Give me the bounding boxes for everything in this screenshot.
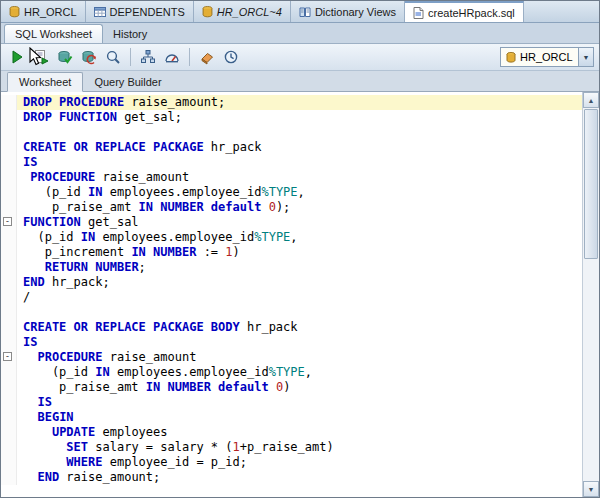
sql-history-icon: [223, 49, 239, 65]
vertical-scrollbar[interactable]: ▲ ▼: [582, 92, 599, 497]
commit-button[interactable]: [54, 46, 76, 68]
code-line[interactable]: /: [1, 290, 582, 305]
dictionary-views-icon: [299, 6, 311, 18]
code-line-text: DROP FUNCTION get_sal;: [17, 110, 582, 125]
gutter-cell: [1, 455, 17, 470]
cancel-button[interactable]: [102, 46, 124, 68]
tab-history[interactable]: History: [103, 25, 157, 43]
code-line-text: CREATE OR REPLACE PACKAGE BODY hr_pack: [17, 320, 582, 335]
fold-marker[interactable]: -: [1, 215, 17, 230]
sql-file-icon: [413, 7, 424, 19]
gutter-cell: [1, 470, 17, 485]
gutter-cell: [1, 110, 17, 125]
tab-hr-orcl[interactable]: HR_ORCL: [1, 1, 86, 22]
chevron-down-icon: ▼: [583, 54, 590, 61]
tab-dictionary-views[interactable]: Dictionary Views: [291, 1, 405, 22]
code-line[interactable]: END raise_amount;: [1, 470, 582, 485]
tab-hr-orcl-4[interactable]: HR_ORCL~4: [194, 1, 291, 22]
scrollbar-thumb[interactable]: [584, 109, 598, 259]
code-line-text: DROP PROCEDURE raise_amount;: [17, 95, 582, 110]
code-line[interactable]: p_raise_amt IN NUMBER default 0): [1, 380, 582, 395]
code-lines[interactable]: DROP PROCEDURE raise_amount;DROP FUNCTIO…: [1, 92, 582, 497]
code-line-text: IS: [17, 155, 582, 170]
sql-developer-window: HR_ORCL DEPENDENTS HR_ORCL~4 Dictionary …: [0, 0, 600, 498]
code-line[interactable]: CREATE OR REPLACE PACKAGE hr_pack: [1, 140, 582, 155]
tab-label: createHRpack.sql: [428, 7, 515, 19]
code-line-text: (p_id IN employees.employee_id%TYPE,: [17, 365, 582, 380]
code-line[interactable]: RETURN NUMBER;: [1, 260, 582, 275]
gutter-cell: [1, 320, 17, 335]
code-line[interactable]: IS: [1, 395, 582, 410]
code-line[interactable]: DROP PROCEDURE raise_amount;: [1, 95, 582, 110]
code-line[interactable]: PROCEDURE raise_amount: [1, 170, 582, 185]
gutter-cell: [1, 140, 17, 155]
autotrace-button[interactable]: [161, 46, 183, 68]
code-line[interactable]: END hr_pack;: [1, 275, 582, 290]
collapse-minus-icon[interactable]: -: [3, 352, 12, 361]
code-line[interactable]: WHERE employee_id = p_id;: [1, 455, 582, 470]
toolbar-separator: [189, 48, 190, 66]
code-line-text: p_increment IN NUMBER := 1): [17, 245, 582, 260]
gutter-cell: [1, 425, 17, 440]
tab-query-builder[interactable]: Query Builder: [83, 73, 172, 91]
sql-history-button[interactable]: [220, 46, 242, 68]
code-line[interactable]: IS: [1, 335, 582, 350]
code-line-text: WHERE employee_id = p_id;: [17, 455, 582, 470]
code-line-text: (p_id IN employees.employee_id%TYPE,: [17, 185, 582, 200]
connection-icon: [202, 6, 213, 18]
code-line-text: UPDATE employees: [17, 425, 582, 440]
worksheet-toolbar: HR_ORCL ▼: [1, 44, 599, 71]
code-line[interactable]: - PROCEDURE raise_amount: [1, 350, 582, 365]
document-tab-bar: HR_ORCL DEPENDENTS HR_ORCL~4 Dictionary …: [1, 1, 599, 23]
rollback-icon: [81, 49, 97, 65]
code-line[interactable]: DROP FUNCTION get_sal;: [1, 110, 582, 125]
code-line-text: p_raise_amt IN NUMBER default 0): [17, 380, 582, 395]
scroll-down-button[interactable]: ▼: [583, 481, 599, 497]
code-line[interactable]: (p_id IN employees.employee_id%TYPE,: [1, 185, 582, 200]
code-line-text: FUNCTION get_sal: [17, 215, 582, 230]
code-line[interactable]: (p_id IN employees.employee_id%TYPE,: [1, 230, 582, 245]
gutter-cell: [1, 155, 17, 170]
gutter-cell: [1, 440, 17, 455]
tab-label: HR_ORCL~4: [217, 6, 282, 18]
code-line-text: RETURN NUMBER;: [17, 260, 582, 275]
code-line[interactable]: CREATE OR REPLACE PACKAGE BODY hr_pack: [1, 320, 582, 335]
gutter-cell: [1, 245, 17, 260]
code-line[interactable]: SET salary = salary * (1+p_raise_amt): [1, 440, 582, 455]
explain-plan-button[interactable]: [137, 46, 159, 68]
eraser-icon: [199, 49, 215, 65]
code-line[interactable]: p_raise_amt IN NUMBER default 0);: [1, 200, 582, 215]
gutter-cell: [1, 230, 17, 245]
code-line-text: IS: [17, 395, 582, 410]
collapse-minus-icon[interactable]: -: [3, 217, 12, 226]
code-line[interactable]: BEGIN: [1, 410, 582, 425]
tab-sql-worksheet[interactable]: SQL Worksheet: [4, 24, 103, 43]
tab-dependents[interactable]: DEPENDENTS: [86, 1, 194, 22]
code-line[interactable]: p_increment IN NUMBER := 1): [1, 245, 582, 260]
code-line[interactable]: -FUNCTION get_sal: [1, 215, 582, 230]
gutter-cell: [1, 200, 17, 215]
rollback-button[interactable]: [78, 46, 100, 68]
connection-combobox[interactable]: HR_ORCL: [500, 47, 578, 67]
clear-button[interactable]: [196, 46, 218, 68]
code-line[interactable]: [1, 125, 582, 140]
code-line[interactable]: UPDATE employees: [1, 425, 582, 440]
code-line-text: IS: [17, 335, 582, 350]
commit-icon: [57, 49, 73, 65]
code-line-text: PROCEDURE raise_amount: [17, 350, 582, 365]
run-statement-icon: [9, 49, 25, 65]
code-line[interactable]: [1, 305, 582, 320]
gutter-cell: [1, 125, 17, 140]
code-line-text: /: [17, 290, 582, 305]
scroll-up-button[interactable]: ▲: [583, 92, 599, 108]
code-line[interactable]: (p_id IN employees.employee_id%TYPE,: [1, 365, 582, 380]
tab-worksheet[interactable]: Worksheet: [7, 72, 83, 92]
connection-dropdown-button[interactable]: ▼: [578, 47, 594, 67]
run-statement-button[interactable]: [6, 46, 28, 68]
gutter-cell: [1, 305, 17, 320]
code-line-text: PROCEDURE raise_amount: [17, 170, 582, 185]
code-line[interactable]: IS: [1, 155, 582, 170]
tab-createhrpack-sql[interactable]: createHRpack.sql: [405, 1, 524, 22]
tab-label: Dictionary Views: [315, 6, 396, 18]
fold-marker[interactable]: -: [1, 350, 17, 365]
